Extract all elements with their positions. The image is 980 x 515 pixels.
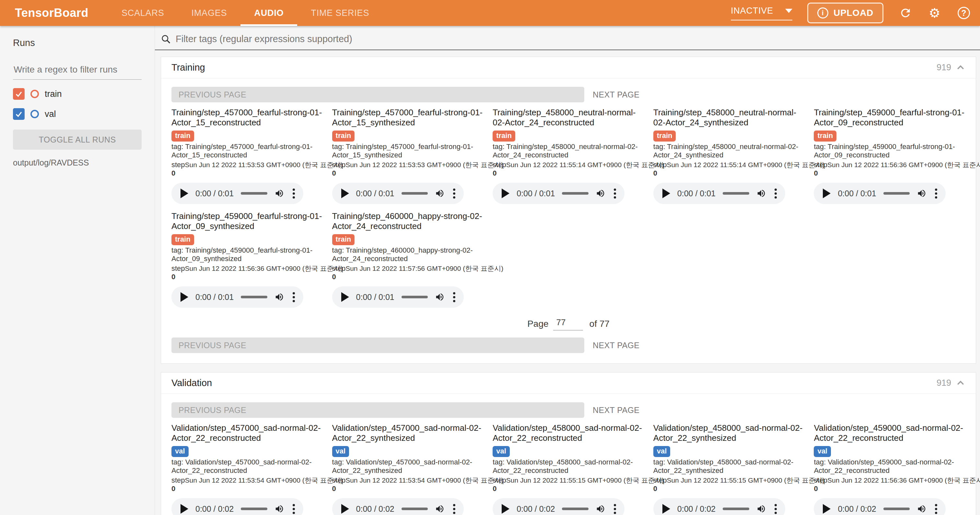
volume-icon[interactable] bbox=[275, 292, 284, 302]
sections: Training 919 PREVIOUS PAGE NEXT PAGE Tra… bbox=[155, 50, 980, 515]
volume-icon[interactable] bbox=[275, 189, 284, 198]
settings-button[interactable]: ⚙ bbox=[928, 6, 942, 20]
card-title: Validation/step_457000_sad-normal-02-Act… bbox=[332, 423, 484, 443]
pager-bottom: PREVIOUS PAGE NEXT PAGE bbox=[172, 337, 966, 353]
status-dropdown-value: INACTIVE bbox=[731, 6, 773, 16]
chevron-up-icon[interactable] bbox=[956, 378, 966, 388]
volume-icon[interactable] bbox=[435, 189, 445, 198]
audio-progress-bar[interactable] bbox=[562, 192, 589, 195]
audio-progress-bar[interactable] bbox=[401, 507, 428, 510]
card-timestamp: Sun Jun 12 2022 11:56:36 GMT+0900 (한국 표준… bbox=[827, 476, 980, 485]
play-icon[interactable] bbox=[341, 292, 349, 302]
tab-time-series[interactable]: TIME SERIES bbox=[297, 0, 383, 26]
play-icon[interactable] bbox=[502, 189, 509, 198]
play-icon[interactable] bbox=[341, 189, 349, 198]
next-page-button[interactable]: NEXT PAGE bbox=[593, 341, 640, 350]
audio-player: 0:00 / 0:01 bbox=[172, 183, 303, 204]
play-icon[interactable] bbox=[823, 189, 830, 198]
play-icon[interactable] bbox=[180, 189, 188, 198]
audio-card: Validation/step_458000_sad-normal-02-Act… bbox=[653, 423, 805, 515]
more-options-icon[interactable] bbox=[612, 503, 617, 515]
tag-filter-input[interactable] bbox=[176, 34, 980, 45]
volume-icon[interactable] bbox=[917, 189, 926, 198]
audio-progress-bar[interactable] bbox=[241, 296, 267, 298]
play-icon[interactable] bbox=[662, 189, 670, 198]
card-title: Training/step_460000_happy-strong-02-Act… bbox=[332, 211, 484, 231]
previous-page-button[interactable]: PREVIOUS PAGE bbox=[172, 402, 584, 418]
play-icon[interactable] bbox=[502, 504, 509, 514]
more-options-icon[interactable] bbox=[452, 291, 457, 304]
toggle-all-runs-button[interactable]: TOGGLE ALL RUNS bbox=[13, 130, 142, 149]
refresh-button[interactable] bbox=[898, 6, 913, 20]
audio-card: Training/step_459000_fearful-strong-01-A… bbox=[814, 108, 966, 204]
play-icon[interactable] bbox=[180, 292, 188, 302]
more-options-icon[interactable] bbox=[612, 187, 617, 200]
more-options-icon[interactable] bbox=[291, 187, 296, 200]
more-options-icon[interactable] bbox=[773, 187, 778, 200]
pager-top: PREVIOUS PAGE NEXT PAGE bbox=[172, 402, 966, 418]
run-badge: val bbox=[653, 446, 670, 457]
audio-progress-bar[interactable] bbox=[723, 192, 749, 195]
audio-progress-bar[interactable] bbox=[723, 507, 749, 510]
tab-scalars[interactable]: SCALARS bbox=[108, 0, 178, 26]
audio-progress-bar[interactable] bbox=[401, 296, 428, 298]
more-options-icon[interactable] bbox=[291, 291, 296, 304]
volume-icon[interactable] bbox=[435, 292, 445, 302]
more-options-icon[interactable] bbox=[452, 503, 457, 515]
check-icon bbox=[15, 90, 23, 98]
section-count: 919 bbox=[937, 62, 951, 73]
audio-time: 0:00 / 0:01 bbox=[838, 189, 876, 198]
val-color-toggle[interactable] bbox=[30, 110, 39, 118]
audio-progress-bar[interactable] bbox=[241, 192, 267, 195]
page-input[interactable] bbox=[553, 318, 583, 330]
card-title: Validation/step_458000_sad-normal-02-Act… bbox=[493, 423, 644, 443]
train-color-toggle[interactable] bbox=[30, 90, 39, 98]
next-page-button[interactable]: NEXT PAGE bbox=[593, 90, 640, 99]
audio-progress-bar[interactable] bbox=[241, 507, 267, 510]
card-tag: tag: Training/step_460000_happy-strong-0… bbox=[332, 246, 484, 263]
card-title: Training/step_457000_fearful-strong-01-A… bbox=[332, 108, 484, 128]
run-filter-input[interactable] bbox=[13, 62, 142, 79]
card-title: Validation/step_457000_sad-normal-02-Act… bbox=[172, 423, 323, 443]
status-dropdown[interactable]: INACTIVE bbox=[731, 6, 792, 21]
volume-icon[interactable] bbox=[435, 504, 445, 514]
audio-progress-bar[interactable] bbox=[401, 192, 428, 195]
step-label: step bbox=[653, 476, 667, 484]
help-button[interactable]: ? bbox=[957, 6, 971, 20]
volume-icon[interactable] bbox=[756, 189, 766, 198]
card-title: Training/step_459000_fearful-strong-01-A… bbox=[814, 108, 966, 128]
upload-button[interactable]: i UPLOAD bbox=[807, 3, 883, 23]
audio-progress-bar[interactable] bbox=[883, 507, 910, 510]
play-icon[interactable] bbox=[662, 504, 670, 514]
more-options-icon[interactable] bbox=[452, 187, 457, 200]
audio-progress-bar[interactable] bbox=[883, 192, 910, 195]
run-badge: train bbox=[493, 130, 515, 141]
play-icon[interactable] bbox=[180, 504, 188, 514]
more-options-icon[interactable] bbox=[291, 503, 296, 515]
val-checkbox[interactable] bbox=[13, 108, 25, 120]
more-options-icon[interactable] bbox=[773, 503, 778, 515]
play-icon[interactable] bbox=[341, 504, 349, 514]
volume-icon[interactable] bbox=[917, 504, 926, 514]
refresh-icon bbox=[899, 6, 912, 19]
train-checkbox[interactable] bbox=[13, 88, 25, 100]
run-badge: train bbox=[332, 234, 355, 245]
previous-page-button[interactable]: PREVIOUS PAGE bbox=[172, 87, 584, 102]
volume-icon[interactable] bbox=[596, 504, 605, 514]
run-badge: train bbox=[814, 130, 837, 141]
audio-progress-bar[interactable] bbox=[562, 507, 589, 510]
more-options-icon[interactable] bbox=[934, 187, 939, 200]
audio-card: Validation/step_459000_sad-normal-02-Act… bbox=[814, 423, 966, 515]
next-page-button[interactable]: NEXT PAGE bbox=[593, 405, 640, 415]
previous-page-button[interactable]: PREVIOUS PAGE bbox=[172, 337, 584, 353]
tab-images[interactable]: IMAGES bbox=[178, 0, 241, 26]
volume-icon[interactable] bbox=[756, 504, 766, 514]
section-title: Validation bbox=[172, 378, 212, 388]
volume-icon[interactable] bbox=[275, 504, 284, 514]
chevron-up-icon[interactable] bbox=[956, 63, 966, 73]
more-options-icon[interactable] bbox=[934, 503, 939, 515]
step-value: 0 bbox=[172, 169, 175, 177]
volume-icon[interactable] bbox=[596, 189, 605, 198]
tab-audio[interactable]: AUDIO bbox=[240, 0, 297, 26]
play-icon[interactable] bbox=[823, 504, 830, 514]
